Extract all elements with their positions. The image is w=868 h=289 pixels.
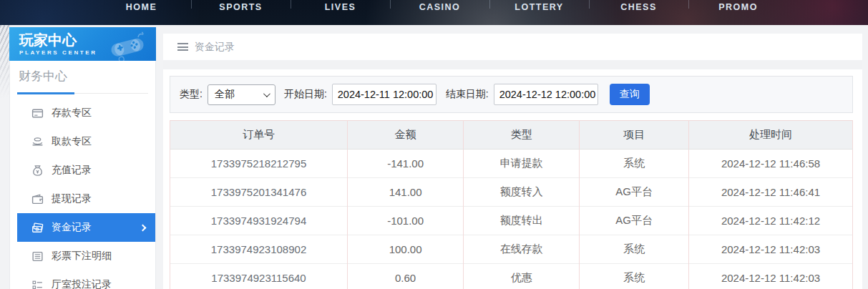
nav-item-label: LOTTERY <box>515 2 563 12</box>
sidebar-item[interactable]: 取款专区 <box>17 127 155 156</box>
page-title: 资金记录 <box>195 41 235 54</box>
table-cell: 100.00 <box>348 235 464 264</box>
sidebar-item[interactable]: 提现记录 <box>17 185 155 213</box>
table-cell: AG平台 <box>580 178 689 207</box>
nav-item-sports[interactable]: SPORTS <box>191 0 291 25</box>
nav-item-chess[interactable]: CHESS <box>589 0 688 25</box>
table-cell: 申请提款 <box>464 150 580 178</box>
sidebar-item-label: 资金记录 <box>52 221 92 234</box>
type-select[interactable]: 全部 <box>208 84 275 105</box>
table-row: 1733975218212795-141.00申请提款系统2024-12-12 … <box>170 150 853 178</box>
sidebar-item-label: 充值记录 <box>52 164 92 177</box>
sidebar-body: 财务中心 存款专区 取款专区 充值记录 提现记录 资金记录 彩票下注明细 厅室投… <box>9 61 156 289</box>
column-header: 金额 <box>348 121 464 150</box>
funds-table: 订单号金额类型项目处理时间 1733975218212795-141.00申请提… <box>170 120 853 289</box>
end-date-label: 结束日期: <box>446 88 489 101</box>
background-stripes <box>0 25 10 105</box>
table-row: 17339749231156400.60优惠系统2024-12-12 11:42… <box>170 264 853 289</box>
type-select-value: 全部 <box>215 88 235 101</box>
start-date-label: 开始日期: <box>284 88 327 101</box>
table-cell: 141.00 <box>348 178 464 207</box>
nav-item-promo[interactable]: PROMO <box>688 0 788 25</box>
table-cell: 2024-12-12 11:42:03 <box>689 235 853 264</box>
nav-item-lives[interactable]: LIVES <box>291 0 390 25</box>
sidebar-item-label: 取款专区 <box>52 135 92 148</box>
menu-toggle-icon[interactable] <box>177 43 188 51</box>
sidebar-item-label: 彩票下注明细 <box>52 250 112 263</box>
table-cell: 2024-12-12 11:42:12 <box>689 207 853 235</box>
table-cell: 1733975218212795 <box>170 150 348 178</box>
table-cell: 1733974923115640 <box>170 264 348 289</box>
nav-item-label: CASINO <box>419 2 461 12</box>
nav-item-label: PROMO <box>718 2 758 12</box>
table-cell: 在线存款 <box>464 235 580 264</box>
main-panel: 资金记录 类型: 全部 开始日期: 2024-12-11 12:00:00 结束… <box>163 34 862 289</box>
table-cell: 系统 <box>580 264 689 289</box>
filter-bar: 类型: 全部 开始日期: 2024-12-11 12:00:00 结束日期: 2… <box>170 76 853 113</box>
end-date-input[interactable]: 2024-12-12 12:00:00 <box>494 84 598 105</box>
hall-bet-list-icon <box>31 279 44 289</box>
sidebar-item[interactable]: 资金记录 <box>17 213 155 242</box>
nav-item-casino[interactable]: CASINO <box>390 0 489 25</box>
table-header-row: 订单号金额类型项目处理时间 <box>170 121 853 150</box>
sidebar-item[interactable]: 厅室投注记录 <box>17 270 155 289</box>
column-header: 处理时间 <box>689 121 853 150</box>
table-cell: 2024-12-12 11:46:41 <box>689 178 853 207</box>
table-cell: AG平台 <box>580 207 689 235</box>
sidebar: 玩家中心 PLAYERS CENTER 财务中心 <box>9 27 156 289</box>
table-cell: 0.60 <box>348 264 464 289</box>
column-header: 项目 <box>580 121 689 150</box>
search-button[interactable]: 查询 <box>610 84 650 105</box>
funds-table-wrap: 订单号金额类型项目处理时间 1733975218212795-141.00申请提… <box>170 120 853 289</box>
top-nav: HOME SPORTS LIVES CASINO LOTTERY CHESS P… <box>0 0 868 25</box>
breadcrumb: 资金记录 <box>163 34 862 60</box>
sidebar-menu: 存款专区 取款专区 充值记录 提现记录 资金记录 彩票下注明细 厅室投注记录 <box>17 99 155 289</box>
type-label: 类型: <box>180 88 203 101</box>
chevron-right-icon <box>140 224 147 231</box>
table-cell: 1733974931924794 <box>170 207 348 235</box>
chevron-down-icon <box>263 90 270 97</box>
table-cell: 额度转入 <box>464 178 580 207</box>
column-header: 订单号 <box>170 121 348 150</box>
table-cell: 1733974923108902 <box>170 235 348 264</box>
recharge-moneybag-icon <box>31 165 44 177</box>
table-cell: 2024-12-12 11:42:03 <box>689 264 853 289</box>
table-cell: -101.00 <box>348 207 464 235</box>
sidebar-header: 玩家中心 PLAYERS CENTER <box>9 27 156 61</box>
table-cell: 系统 <box>580 235 689 264</box>
table-cell: 额度转出 <box>464 207 580 235</box>
sidebar-item[interactable]: 充值记录 <box>17 156 155 185</box>
table-cell: -141.00 <box>348 150 464 178</box>
column-header: 类型 <box>464 121 580 150</box>
start-date-input[interactable]: 2024-12-11 12:00:00 <box>332 84 437 105</box>
nav-item-label: HOME <box>126 2 157 12</box>
funds-banknotes-icon <box>31 222 44 234</box>
nav-item-lottery[interactable]: LOTTERY <box>489 0 589 25</box>
nav-item-home[interactable]: HOME <box>92 0 191 25</box>
table-cell: 1733975201341476 <box>170 178 348 207</box>
table-cell: 优惠 <box>464 264 580 289</box>
table-row: 1733975201341476141.00额度转入AG平台2024-12-12… <box>170 178 853 207</box>
table-row: 1733974923108902100.00在线存款系统2024-12-12 1… <box>170 235 853 264</box>
divider <box>163 60 862 69</box>
finance-center-section-title: 财务中心 <box>17 61 148 94</box>
deposit-card-icon <box>31 107 44 119</box>
nav-item-label: CHESS <box>620 2 657 12</box>
sidebar-item-label: 厅室投注记录 <box>52 278 112 289</box>
lottery-list-icon <box>31 250 44 263</box>
nav-item-label: SPORTS <box>219 2 262 12</box>
withdrawal-wallet-icon <box>31 193 44 205</box>
sidebar-item-label: 提现记录 <box>52 192 92 205</box>
sidebar-item-label: 存款专区 <box>52 107 92 119</box>
withdraw-hand-icon <box>31 136 44 148</box>
sidebar-item[interactable]: 存款专区 <box>17 99 155 127</box>
top-nav-list: HOME SPORTS LIVES CASINO LOTTERY CHESS P… <box>92 0 868 25</box>
nav-item-label: LIVES <box>325 2 356 12</box>
sidebar-item[interactable]: 彩票下注明细 <box>17 242 155 270</box>
table-cell: 2024-12-12 11:46:58 <box>689 150 853 178</box>
table-cell: 系统 <box>580 150 689 178</box>
table-body: 1733975218212795-141.00申请提款系统2024-12-12 … <box>170 150 853 289</box>
table-row: 1733974931924794-101.00额度转出AG平台2024-12-1… <box>170 207 853 235</box>
